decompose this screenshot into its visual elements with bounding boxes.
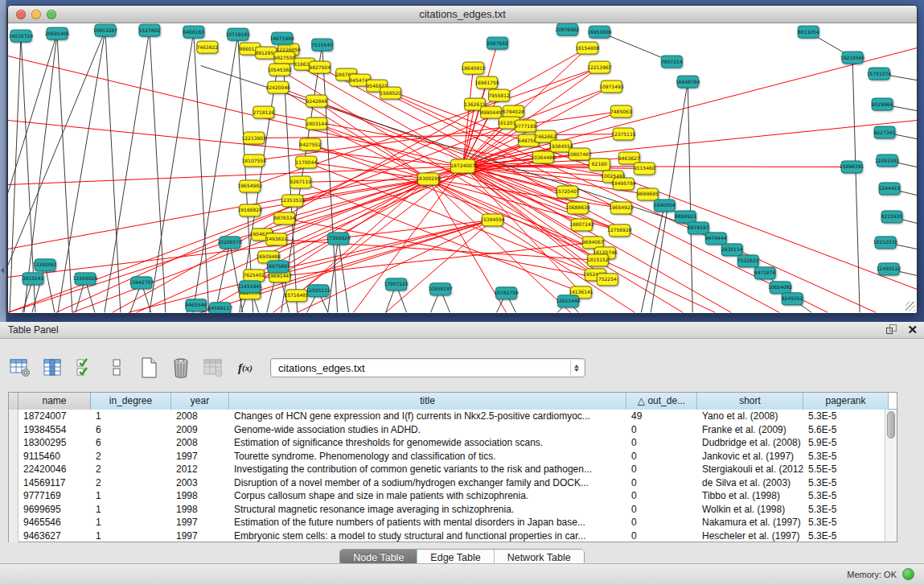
table-cell[interactable]: Changes of HCN gene expression and I(f) …: [229, 410, 626, 423]
table-row[interactable]: 946554611997Estimation of the future num…: [9, 516, 897, 529]
graph-node[interactable]: 12213967: [587, 61, 612, 73]
import-table-button[interactable]: [201, 356, 225, 380]
table-cell[interactable]: Tibbo et al. (1998): [697, 489, 803, 503]
left-splitter[interactable]: [0, 0, 6, 322]
graph-node[interactable]: 16953809: [587, 26, 612, 38]
graph-node[interactable]: 12450122: [877, 263, 901, 275]
table-row[interactable]: 1872400712008Changes of HCN gene express…: [9, 410, 897, 423]
table-cell[interactable]: 0: [626, 516, 697, 529]
graph-node[interactable]: 15998391: [840, 161, 864, 173]
graph-node[interactable]: 20364486: [531, 151, 556, 163]
graph-node[interactable]: 14035724: [9, 30, 34, 42]
table-row[interactable]: 1938455462009Genome-wide association stu…: [9, 423, 897, 437]
table-cell[interactable]: 5.3E-5: [803, 410, 889, 423]
table-cell[interactable]: Franke et al. (2009): [697, 423, 803, 437]
table-cell[interactable]: 0: [626, 529, 697, 543]
graph-node[interactable]: 13942757: [129, 277, 154, 289]
table-cell[interactable]: 5.3E-5: [803, 516, 889, 529]
table-cell[interactable]: 49: [626, 410, 697, 423]
table-cell[interactable]: 2003: [171, 476, 229, 490]
canvas-resize-grip[interactable]: [906, 302, 915, 311]
graph-node[interactable]: 8215935: [881, 211, 903, 223]
table-cell[interactable]: 1997: [171, 516, 229, 529]
graph-node[interactable]: 10654082: [768, 282, 793, 294]
table-cell[interactable]: 0: [626, 476, 697, 490]
graph-node[interactable]: 10210335: [873, 237, 898, 249]
table-cell[interactable]: 1: [91, 503, 171, 517]
table-cell[interactable]: 2009: [171, 423, 229, 437]
graph-node[interactable]: 9242848: [306, 95, 327, 107]
graph-node[interactable]: 1493822: [265, 233, 287, 245]
table-cell[interactable]: 2008: [171, 436, 229, 450]
graph-node[interactable]: 1568520: [380, 87, 401, 99]
table-cell[interactable]: 1998: [171, 489, 229, 503]
table-row[interactable]: 969969511998Structural magnetic resonanc…: [9, 503, 897, 517]
select-all-button[interactable]: [72, 356, 97, 380]
graph-node[interactable]: 7032621: [737, 255, 759, 267]
graph-node[interactable]: 7857214: [661, 56, 683, 68]
table-cell[interactable]: 0: [626, 489, 697, 503]
table-row[interactable]: 1830029562008Estimation of significance …: [9, 436, 897, 450]
graph-node[interactable]: 16648784: [676, 76, 700, 88]
table-row[interactable]: 946362711997Embryonic stem cells: a mode…: [9, 529, 897, 543]
table-cell[interactable]: 1: [91, 516, 171, 529]
graph-node[interactable]: 19654923: [609, 202, 634, 214]
graph-node[interactable]: 7955812: [488, 89, 510, 101]
table-cell[interactable]: 1997: [171, 450, 229, 463]
table-cell[interactable]: Nakamura et al. (1997): [697, 516, 803, 529]
table-row[interactable]: 1456911722003Disruption of a novel membe…: [9, 476, 897, 490]
graph-node[interactable]: 18300295: [416, 173, 441, 185]
table-cell[interactable]: 2: [91, 463, 171, 476]
table-cell[interactable]: 9463627: [18, 529, 91, 543]
float-panel-icon[interactable]: [886, 324, 897, 335]
graph-node[interactable]: 12505115: [306, 285, 331, 297]
graph-node[interactable]: 2718126: [253, 106, 274, 118]
graph-node[interactable]: 9245052: [782, 293, 803, 305]
column-header-name[interactable]: name: [18, 393, 91, 410]
graph-node[interactable]: 9465546: [185, 299, 207, 311]
graph-node[interactable]: 10545382: [267, 64, 292, 76]
graph-node[interactable]: 1170044: [295, 156, 317, 168]
table-cell[interactable]: 0: [626, 503, 697, 517]
table-cell[interactable]: Estimation of significance thresholds fo…: [229, 436, 626, 450]
graph-node[interactable]: 10958187: [428, 283, 453, 295]
graph-node[interactable]: 19654982: [237, 180, 262, 192]
graph-node[interactable]: 7515540: [311, 39, 333, 51]
table-cell[interactable]: Tourette syndrome. Phenomenology and cla…: [229, 450, 626, 463]
graph-node[interactable]: 10719185: [226, 28, 251, 40]
scrollbar-thumb[interactable]: [887, 411, 895, 439]
graph-node[interactable]: 9529966: [872, 98, 893, 110]
graph-node[interactable]: 16975887: [265, 261, 290, 273]
graph-node[interactable]: 15720407: [555, 186, 580, 198]
column-header-pagerank[interactable]: pagerank: [803, 393, 889, 410]
table-cell[interactable]: 9777169: [18, 489, 91, 503]
table-cell[interactable]: Corpus callosum shape and size in male p…: [229, 489, 626, 503]
graph-node[interactable]: 7625402: [243, 270, 265, 282]
table-cell[interactable]: 18300295: [18, 436, 91, 450]
graph-node[interactable]: 2087682: [487, 37, 508, 49]
table-vertical-scrollbar[interactable]: [885, 410, 897, 542]
graph-node[interactable]: 1244415: [879, 183, 901, 195]
graph-node[interactable]: 9827504: [309, 61, 331, 73]
table-cell[interactable]: 0: [626, 463, 697, 476]
graph-node[interactable]: 15751074: [867, 68, 892, 80]
table-cell[interactable]: Dudbridge et al. (2008): [697, 436, 803, 450]
delete-table-button[interactable]: [169, 356, 193, 380]
table-cell[interactable]: 6: [91, 436, 171, 450]
graph-node[interactable]: 12756928: [607, 225, 632, 237]
column-header-out_de[interactable]: △ out_de...: [626, 393, 697, 410]
column-header-short[interactable]: short: [697, 393, 803, 410]
graph-node[interactable]: 9115460: [634, 163, 655, 175]
graph-node[interactable]: 10807487: [567, 148, 592, 160]
graph-node[interactable]: 12213903: [241, 132, 266, 144]
column-header-title[interactable]: title: [229, 393, 626, 410]
graph-node[interactable]: 17359924: [326, 233, 351, 245]
table-cell[interactable]: 0: [626, 423, 697, 437]
table-cell[interactable]: 2008: [171, 410, 229, 423]
column-header-year[interactable]: year: [171, 393, 229, 410]
function-builder-button[interactable]: f(x): [233, 356, 257, 380]
table-select-dropdown[interactable]: citations_edges.txt: [270, 358, 585, 377]
table-cell[interactable]: 5.6E-5: [803, 423, 889, 437]
table-cell[interactable]: 5.3E-5: [803, 476, 889, 490]
table-cell[interactable]: 1: [91, 410, 171, 423]
